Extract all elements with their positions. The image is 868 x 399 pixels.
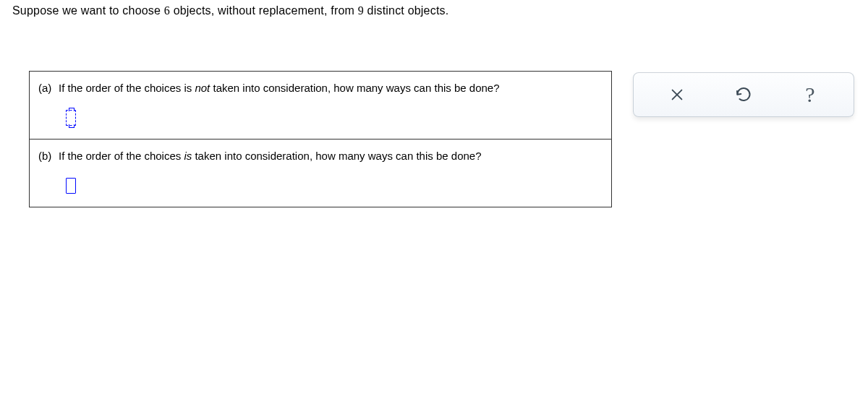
reset-button[interactable] (723, 80, 764, 110)
part-a: (a)If the order of the choices is not ta… (30, 72, 611, 139)
prompt-n1: 6 (164, 4, 170, 17)
help-button[interactable]: ? (790, 80, 830, 110)
question-mark-icon: ? (805, 82, 814, 107)
emphasis-not: not (195, 82, 210, 94)
answer-input-a[interactable] (66, 110, 76, 126)
clear-button[interactable] (657, 80, 697, 110)
part-a-label: (a) (38, 82, 59, 94)
emphasis-is: is (184, 150, 192, 162)
x-icon (669, 87, 685, 103)
part-b-text: If the order of the choices is taken int… (59, 150, 482, 162)
answer-input-b[interactable] (66, 178, 76, 194)
part-b: (b)If the order of the choices is taken … (30, 139, 611, 207)
prompt-pre: Suppose we want to choose (12, 4, 164, 17)
question-prompt: Suppose we want to choose 6 objects, wit… (12, 4, 448, 17)
part-a-text: If the order of the choices is not taken… (59, 82, 500, 94)
action-toolbar: ? (633, 72, 854, 117)
undo-icon (735, 86, 752, 103)
prompt-post: distinct objects. (364, 4, 448, 17)
part-b-label: (b) (38, 150, 59, 162)
question-box: (a)If the order of the choices is not ta… (29, 71, 612, 207)
prompt-mid: objects, without replacement, from (170, 4, 358, 17)
prompt-n2: 9 (358, 4, 364, 17)
